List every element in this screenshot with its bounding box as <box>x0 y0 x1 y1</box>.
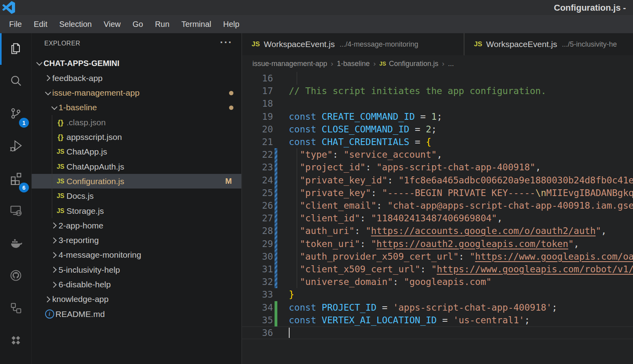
activity-diamond-extension[interactable] <box>0 325 32 357</box>
tree-item-readme-md[interactable]: iREADME.md <box>32 307 241 321</box>
code-line-25[interactable]: 25 "private_key": "-----BEGIN PRIVATE KE… <box>242 187 633 199</box>
tree-item-knowledge-app[interactable]: knowledge-app <box>32 292 241 307</box>
line-number: 26 <box>242 199 273 212</box>
tree-item-6-disable-help[interactable]: 6-disable-help <box>32 277 241 292</box>
tree-item-docs-js[interactable]: JSDocs.js <box>32 189 241 204</box>
breadcrumb-item-3[interactable]: JSConfiguration.js <box>379 60 438 68</box>
activity-source-control[interactable]: 1 <box>0 98 32 130</box>
code-line-30[interactable]: 30 "auth_provider_x509_cert_url": "https… <box>242 250 633 263</box>
activity-explorer[interactable] <box>0 33 32 66</box>
tree-item-label: 3-reporting <box>59 236 99 245</box>
breadcrumb-item-1[interactable]: issue-management-app <box>252 60 327 68</box>
tree-item--clasp-json[interactable]: {}.clasp.json <box>32 115 241 130</box>
code-text: "client_id": "118402413487406969804", <box>289 212 502 224</box>
code-line-16[interactable]: 16 <box>242 72 633 85</box>
line-number: 35 <box>242 314 273 326</box>
js-file-icon: JS <box>252 40 260 48</box>
menu-item-file[interactable]: File <box>3 20 28 29</box>
more-actions-icon[interactable]: ··· <box>220 36 233 49</box>
line-number: 25 <box>242 187 273 199</box>
code-line-18[interactable]: 18 <box>242 97 633 110</box>
code-line-19[interactable]: 19const CREATE_COMMAND_ID = 1; <box>242 110 633 123</box>
line-number: 24 <box>242 174 273 187</box>
code-line-33[interactable]: 33} <box>242 288 633 301</box>
activity-run-debug[interactable] <box>0 130 32 163</box>
code-line-35[interactable]: 35const VERTEX_AI_LOCATION_ID = 'us-cent… <box>242 314 633 326</box>
tab-title: WorkspaceEvent.js <box>264 40 335 49</box>
menu-item-selection[interactable]: Selection <box>53 20 98 29</box>
explorer-title: EXPLORER <box>44 40 80 47</box>
tree-item-chatappauth-js[interactable]: JSChatAppAuth.js <box>32 159 241 174</box>
info-circle: i <box>45 309 54 319</box>
tree-item-appsscript-json[interactable]: {}appsscript.json <box>32 130 241 145</box>
chevron-right-icon <box>50 223 59 228</box>
breadcrumb-chevron-icon: › <box>331 59 333 68</box>
menu-item-edit[interactable]: Edit <box>28 20 53 29</box>
code-line-36[interactable]: 36 <box>242 326 633 339</box>
menu-item-view[interactable]: View <box>98 20 127 29</box>
chevron-right-icon <box>44 297 52 302</box>
breadcrumb-label: 1-baseline <box>337 60 370 68</box>
code-line-32[interactable]: 32 "universe_domain": "googleapis.com" <box>242 275 633 288</box>
breadcrumb-item-2[interactable]: 1-baseline <box>337 60 370 68</box>
tree-item-5-inclusivity-help[interactable]: 5-inclusivity-help <box>32 262 241 277</box>
line-number: 33 <box>242 288 273 301</box>
tab-workspaceevent-js-1[interactable]: JSWorkspaceEvent.js.../4-message-monitor… <box>242 33 464 55</box>
menu-item-run[interactable]: Run <box>149 20 176 29</box>
run-debug-icon <box>9 139 23 154</box>
code-line-17[interactable]: 17// This script initiates the app confi… <box>242 85 633 97</box>
menu-item-terminal[interactable]: Terminal <box>175 20 217 29</box>
workspace-root[interactable]: CHAT-APPS-GEMINI <box>32 56 241 71</box>
tree-item-2-app-home[interactable]: 2-app-home <box>32 218 241 233</box>
code-line-28[interactable]: 28 "auth_uri": "https://accounts.google.… <box>242 224 633 237</box>
menu-item-help[interactable]: Help <box>217 20 245 29</box>
code-line-26[interactable]: 26 "client_email": "chat-app@apps-script… <box>242 199 633 212</box>
tree-item-chatapp-js[interactable]: JSChatApp.js <box>32 145 241 159</box>
tab-workspaceevent-js-2[interactable]: JSWorkspaceEvent.js.../5-inclusivity-he <box>464 33 633 55</box>
code-line-27[interactable]: 27 "client_id": "118402413487406969804", <box>242 212 633 224</box>
chevron-down-icon <box>50 106 59 109</box>
tree-item-label: ChatAppAuth.js <box>66 162 124 172</box>
js-file-icon: JS <box>379 60 386 67</box>
js-file-icon: JS <box>55 148 66 155</box>
tree-item-storage-js[interactable]: JSStorage.js <box>32 204 241 218</box>
tree-item-label: 6-disable-help <box>59 280 111 289</box>
code-editor[interactable]: 1617// This script initiates the app con… <box>242 72 633 364</box>
menu-item-go[interactable]: Go <box>127 20 149 29</box>
code-line-24[interactable]: 24 "private_key_id": "1fc8e6a465adbc0066… <box>242 174 633 187</box>
chevron-down-icon <box>44 92 52 94</box>
code-line-22[interactable]: 22 "type": "service_account", <box>242 148 633 161</box>
activity-search[interactable] <box>0 66 32 98</box>
activity-remote-explorer[interactable] <box>0 195 32 228</box>
code-line-29[interactable]: 29 "token_uri": "https://oauth2.googleap… <box>242 238 633 250</box>
tree-item-label: 1-baseline <box>59 103 97 112</box>
gutter-modified-indicator <box>275 275 277 288</box>
line-number: 31 <box>242 263 273 275</box>
tree-item-3-reporting[interactable]: 3-reporting <box>32 233 241 248</box>
code-line-31[interactable]: 31 "client_x509_cert_url": "https://www.… <box>242 263 633 275</box>
activity-docker[interactable] <box>0 228 32 260</box>
activity-references[interactable] <box>0 292 32 325</box>
tree-item-1-baseline[interactable]: 1-baseline <box>32 100 241 115</box>
tree-item-configuration-js[interactable]: JSConfiguration.jsM <box>32 174 241 189</box>
activity-github[interactable] <box>0 260 32 292</box>
window-title: Configuration.js - <box>554 2 633 13</box>
chevron-right-icon <box>50 253 59 257</box>
code-line-34[interactable]: 34const PROJECT_ID = 'apps-script-chat-a… <box>242 301 633 314</box>
line-number: 19 <box>242 110 273 123</box>
tree-item-label: 2-app-home <box>59 221 103 230</box>
tree-item-4-message-monitoring[interactable]: 4-message-monitoring <box>32 248 241 262</box>
tree-item-label: ChatApp.js <box>66 147 107 157</box>
js-file-icon: JS <box>55 192 66 200</box>
tree-item-feedback-app[interactable]: feedback-app <box>32 71 241 85</box>
code-line-20[interactable]: 20const CLOSE_COMMAND_ID = 2; <box>242 123 633 136</box>
tree-item-issue-management-app[interactable]: issue-management-app <box>32 86 241 100</box>
breadcrumb-item-4[interactable]: ... <box>448 60 454 68</box>
code-line-21[interactable]: 21const CHAT_CREDENTIALS = { <box>242 136 633 148</box>
code-text: const PROJECT_ID = 'apps-script-chat-app… <box>289 301 557 314</box>
code-line-23[interactable]: 23 "project_id": "apps-script-chat-app-4… <box>242 161 633 174</box>
activity-extensions[interactable]: 6 <box>0 163 32 195</box>
js-file-icon: JS <box>55 207 66 215</box>
code-text: "client_x509_cert_url": "https://www.goo… <box>289 263 633 275</box>
code-text: // This script initiates the app configu… <box>289 85 546 97</box>
